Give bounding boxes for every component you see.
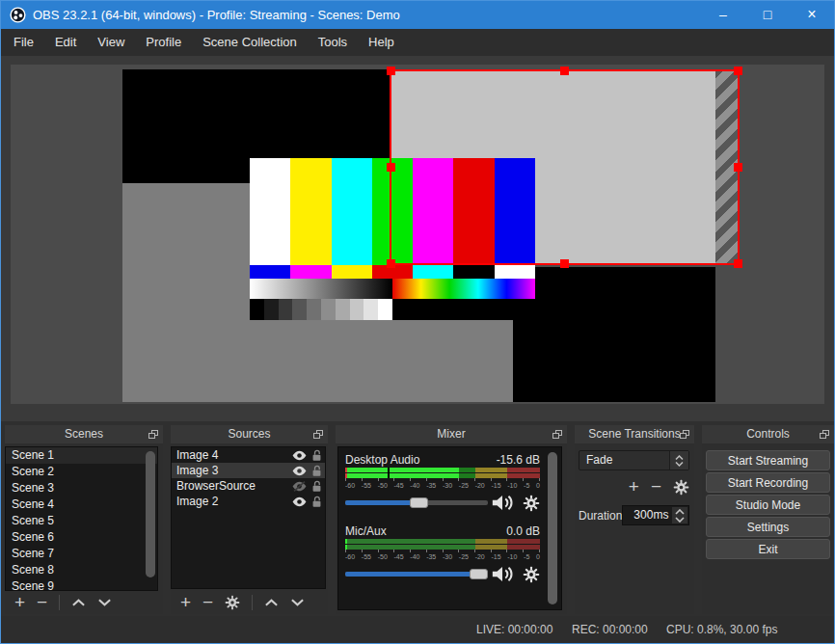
duration-label: Duration: [579, 509, 622, 523]
studio-mode-button[interactable]: Studio Mode: [706, 495, 830, 515]
menu-profile[interactable]: Profile: [135, 29, 192, 56]
source-down-button[interactable]: [290, 598, 305, 607]
scene-list-item[interactable]: Scene 1: [6, 447, 157, 464]
volume-slider[interactable]: [345, 572, 488, 577]
rec-time-status: REC: 00:00:00: [572, 616, 648, 643]
mixer-scrollbar[interactable]: [548, 452, 557, 604]
lock-icon[interactable]: [311, 465, 322, 477]
channel-settings-gear-icon[interactable]: [523, 566, 540, 583]
spin-down-icon[interactable]: [675, 517, 685, 523]
scene-transitions-panel: Scene Transitions Fade + − Duration: [575, 425, 694, 614]
source-list-item[interactable]: Image 2: [172, 494, 325, 509]
transitions-panel-header[interactable]: Scene Transitions: [575, 425, 694, 443]
scenes-scrollbar[interactable]: [146, 451, 155, 577]
spin-up-icon[interactable]: [675, 509, 685, 515]
selection-handle-bottom-left[interactable]: [387, 259, 395, 268]
add-source-button[interactable]: +: [180, 594, 191, 611]
caption-buttons: – □ ×: [701, 1, 834, 29]
meter-tick-labels: -60-55-50-45-40-35-30-25-20-15-10-50: [345, 552, 540, 562]
duration-spinbox[interactable]: 300ms: [622, 505, 689, 525]
source-list-item[interactable]: Image 3: [172, 463, 325, 478]
mixer-panel-header[interactable]: Mixer: [336, 425, 567, 443]
selection-handle-middle-right[interactable]: [734, 163, 742, 172]
sources-panel-header[interactable]: Sources: [171, 425, 328, 443]
selection-handle-top-left[interactable]: [387, 67, 395, 75]
lock-icon[interactable]: [311, 480, 322, 493]
visibility-eye-slash-icon[interactable]: [291, 481, 308, 492]
start-streaming-button[interactable]: Start Streaming: [706, 450, 830, 470]
source-list-item[interactable]: BrowserSource: [172, 478, 325, 494]
remove-scene-button[interactable]: −: [37, 594, 47, 611]
float-panel-icon[interactable]: [552, 430, 562, 439]
volume-slider-thumb[interactable]: [470, 569, 488, 579]
speaker-mute-icon[interactable]: [491, 565, 514, 583]
speaker-mute-icon[interactable]: [491, 494, 514, 512]
channel-settings-gear-icon[interactable]: [523, 495, 540, 512]
settings-button[interactable]: Settings: [706, 517, 830, 537]
meter-peak-marker: [388, 468, 390, 478]
transition-select[interactable]: Fade: [579, 450, 689, 470]
exit-button[interactable]: Exit: [706, 539, 830, 559]
float-panel-icon[interactable]: [148, 430, 158, 439]
spinbox-arrows: [672, 507, 687, 523]
menu-scene-collection[interactable]: Scene Collection: [192, 29, 308, 56]
close-button[interactable]: ×: [790, 1, 834, 29]
selection-box[interactable]: [390, 69, 740, 265]
obs-logo-icon[interactable]: [10, 7, 26, 23]
selection-handle-top-center[interactable]: [560, 67, 569, 75]
scene-down-button[interactable]: [97, 598, 112, 607]
menu-tools[interactable]: Tools: [308, 29, 358, 56]
source-list-item[interactable]: Image 4: [172, 447, 325, 463]
menu-file[interactable]: File: [3, 29, 44, 56]
visibility-eye-icon[interactable]: [291, 466, 308, 476]
selection-handle-bottom-right[interactable]: [734, 259, 742, 268]
meter-tick-labels: -60-55-50-45-40-35-30-25-20-15-10-50: [345, 481, 540, 491]
scene-up-button[interactable]: [71, 598, 86, 607]
menu-view[interactable]: View: [87, 29, 135, 56]
add-scene-button[interactable]: +: [14, 594, 25, 611]
select-chevrons-icon: [669, 451, 688, 470]
selection-handle-middle-left[interactable]: [387, 163, 395, 172]
scene-list-item[interactable]: Scene 7: [6, 546, 157, 562]
minimize-button[interactable]: –: [701, 1, 745, 29]
source-up-button[interactable]: [264, 598, 279, 607]
volume-slider[interactable]: [345, 500, 488, 505]
scene-list-item[interactable]: Scene 9: [6, 578, 157, 591]
scenes-panel-header[interactable]: Scenes: [5, 425, 163, 443]
source-black-rect-bottom[interactable]: [513, 267, 715, 402]
selection-handle-bottom-center[interactable]: [560, 259, 569, 268]
transition-properties-gear-icon[interactable]: [673, 479, 689, 496]
float-panel-icon[interactable]: [313, 430, 323, 439]
scene-list-item[interactable]: Scene 4: [6, 496, 157, 513]
menu-edit[interactable]: Edit: [44, 29, 87, 56]
start-recording-button[interactable]: Start Recording: [706, 472, 830, 493]
controls-panel: Controls Start Streaming Start Recording…: [702, 425, 834, 614]
lock-icon[interactable]: [311, 496, 322, 508]
scene-list-item[interactable]: Scene 8: [6, 562, 157, 578]
volume-slider-thumb[interactable]: [410, 497, 428, 508]
source-properties-gear-icon[interactable]: [225, 595, 240, 610]
float-panel-icon[interactable]: [820, 430, 829, 439]
visibility-eye-icon[interactable]: [291, 496, 308, 507]
scene-list-item[interactable]: Scene 3: [6, 480, 157, 496]
remove-source-button[interactable]: −: [202, 594, 213, 611]
sources-panel-title: Sources: [228, 427, 270, 441]
scene-list-item[interactable]: Scene 2: [6, 464, 157, 480]
float-panel-icon[interactable]: [680, 430, 689, 439]
scenes-panel-title: Scenes: [65, 427, 103, 441]
scene-list-item[interactable]: Scene 5: [6, 513, 157, 529]
lock-icon[interactable]: [311, 449, 322, 462]
channel-name: Mic/Aux: [345, 524, 387, 538]
visibility-eye-icon[interactable]: [291, 450, 308, 461]
controls-panel-title: Controls: [746, 427, 790, 441]
scene-list-item[interactable]: Scene 6: [6, 529, 157, 546]
titlebar[interactable]: OBS 23.2.1 (64-bit, windows) - Profile: …: [1, 1, 834, 29]
maximize-button[interactable]: □: [745, 1, 790, 29]
remove-transition-button[interactable]: −: [651, 478, 661, 496]
scenes-list: Scene 1 Scene 2 Scene 3 Scene 4 Scene 5 …: [5, 446, 158, 591]
add-transition-button[interactable]: +: [629, 478, 639, 496]
controls-panel-header[interactable]: Controls: [702, 425, 834, 443]
selection-handle-top-right[interactable]: [734, 67, 742, 75]
menu-help[interactable]: Help: [358, 29, 405, 56]
menubar: File Edit View Profile Scene Collection …: [1, 29, 834, 56]
